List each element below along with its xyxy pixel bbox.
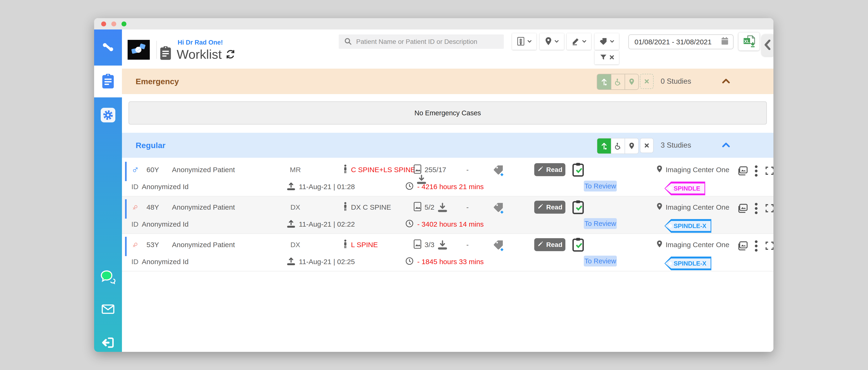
page-title-row: Worklist [177, 47, 236, 62]
refresh-icon[interactable] [225, 49, 236, 59]
browser-window: Hi Dr Rad One! Worklist [94, 18, 773, 352]
history-clock-icon [405, 256, 414, 267]
emergency-collapse-caret[interactable] [722, 78, 730, 85]
minimize-window-button[interactable] [111, 22, 116, 26]
tag-filter-button[interactable] [595, 33, 619, 50]
add-tag-icon[interactable] [493, 239, 505, 251]
pencil-icon [537, 241, 544, 249]
calendar-icon [721, 37, 729, 47]
gallery-icon[interactable] [737, 165, 748, 176]
date-range-field[interactable]: 01/08/2021 - 31/08/2021 [628, 34, 734, 49]
sign-filter-button[interactable] [567, 33, 591, 50]
imaging-center-name: Imaging Center One [665, 203, 729, 211]
sidebar-item-chat[interactable] [94, 267, 122, 288]
regular-clear-sort-button[interactable] [640, 138, 654, 153]
regular-studies-count: 3 Studies [661, 141, 691, 150]
sort-upload-time-button[interactable] [597, 138, 611, 154]
gallery-icon[interactable] [737, 203, 748, 214]
read-button-label: Read [546, 166, 562, 174]
upload-icon [286, 182, 296, 192]
clipboard-check-icon[interactable] [572, 237, 584, 252]
status-badge: To Review [584, 218, 617, 229]
clipboard-check-icon[interactable] [572, 200, 584, 214]
id-label: ID [131, 258, 138, 266]
sidebar-item-mail[interactable] [94, 300, 122, 319]
clear-filters-button[interactable] [595, 51, 619, 64]
sort-emergency-button[interactable] [611, 74, 625, 89]
row-accent-bar [125, 199, 127, 219]
read-study-button[interactable]: Read [534, 163, 565, 176]
expand-icon[interactable] [765, 204, 773, 213]
status-badge: To Review [584, 256, 617, 267]
upload-timestamp: 11-Aug-21 | 01:28 [299, 183, 355, 191]
maximize-window-button[interactable] [121, 22, 126, 26]
body-part-icon [342, 164, 348, 176]
upload-icon [286, 219, 296, 230]
no-emergency-cases-text: No Emergency Cases [414, 109, 481, 117]
study-description-group: C SPINE+LS SPINE [342, 163, 415, 177]
upload-timestamp: 11-Aug-21 | 02:25 [299, 258, 355, 266]
kebab-menu-icon[interactable] [754, 203, 758, 214]
sidebar-item-worklist[interactable] [94, 66, 122, 97]
app-logo [128, 40, 150, 60]
regular-sort-group [597, 138, 639, 154]
download-study-icon[interactable] [437, 202, 448, 213]
close-window-button[interactable] [101, 22, 106, 26]
emergency-clear-sort-button[interactable] [640, 74, 654, 89]
sort-upload-time-button[interactable] [597, 74, 611, 89]
regular-collapse-caret[interactable] [722, 142, 730, 149]
location-filter-button[interactable] [540, 33, 564, 50]
header-divider [156, 41, 157, 59]
regular-title: Regular [135, 141, 165, 150]
emergency-studies-count: 0 Studies [661, 77, 691, 86]
search-input[interactable] [356, 38, 498, 46]
kebab-menu-icon[interactable] [754, 165, 758, 177]
sidebar-item-connect[interactable] [94, 29, 122, 66]
tag-icon [599, 37, 608, 46]
modality: MR [285, 163, 306, 177]
patient-name: Anonymized Patient [172, 238, 235, 252]
report-status: - [462, 238, 473, 252]
export-excel-button[interactable]: XL [739, 33, 760, 51]
emergency-title: Emergency [135, 77, 179, 86]
study-row[interactable]: ♀ 53Y Anonymized Patient DX L SPINE 3/3 … [122, 234, 773, 271]
logout-icon [101, 337, 115, 349]
study-description-group: L SPINE [342, 238, 378, 252]
read-button-label: Read [546, 241, 562, 249]
study-row[interactable]: ♀ 48Y Anonymized Patient DX DX C SPINE 5… [122, 196, 773, 234]
sidebar-item-settings[interactable] [94, 97, 122, 133]
overdue-group: - 3402 hours 14 mins [405, 218, 484, 230]
emergency-section-header: Emergency 0 Studies [122, 69, 773, 94]
expand-icon[interactable] [765, 166, 773, 176]
chevron-down-icon [527, 39, 532, 44]
read-study-button[interactable]: Read [534, 238, 565, 251]
download-study-icon[interactable] [437, 240, 448, 250]
study-type-filter-button[interactable] [512, 33, 536, 50]
tag-hole [669, 187, 672, 190]
study-tag-chip: SPINDLE [664, 182, 705, 195]
regular-section-header: Regular 3 Studies [122, 133, 773, 158]
pencil-icon [537, 203, 544, 211]
body-part-icon [342, 202, 348, 213]
collapse-panel-handle[interactable] [762, 34, 773, 56]
chevron-down-icon [582, 39, 587, 44]
study-description: L SPINE [351, 241, 378, 249]
overdue-duration: - 4216 hours 21 mins [417, 183, 484, 191]
expand-icon[interactable] [765, 241, 773, 250]
add-tag-icon[interactable] [493, 164, 505, 176]
id-label: ID [131, 220, 138, 228]
add-tag-icon[interactable] [493, 202, 505, 214]
overdue-group: - 4216 hours 21 mins [405, 181, 484, 193]
sort-emergency-button[interactable] [611, 138, 625, 154]
study-tag-label: SPINDLE [674, 185, 700, 192]
sidebar-item-logout[interactable] [94, 334, 122, 352]
read-study-button[interactable]: Read [534, 201, 565, 214]
gallery-icon[interactable] [737, 240, 748, 251]
patient-name: Anonymized Patient [172, 200, 235, 214]
clipboard-check-icon[interactable] [572, 162, 584, 177]
kebab-menu-icon[interactable] [754, 240, 758, 252]
upload-time-group: 11-Aug-21 | 02:22 [286, 218, 355, 230]
study-row[interactable]: ♂ 60Y Anonymized Patient MR C SPINE+LS S… [122, 159, 773, 196]
sort-location-button[interactable] [625, 138, 638, 154]
sort-location-button[interactable] [625, 74, 638, 89]
